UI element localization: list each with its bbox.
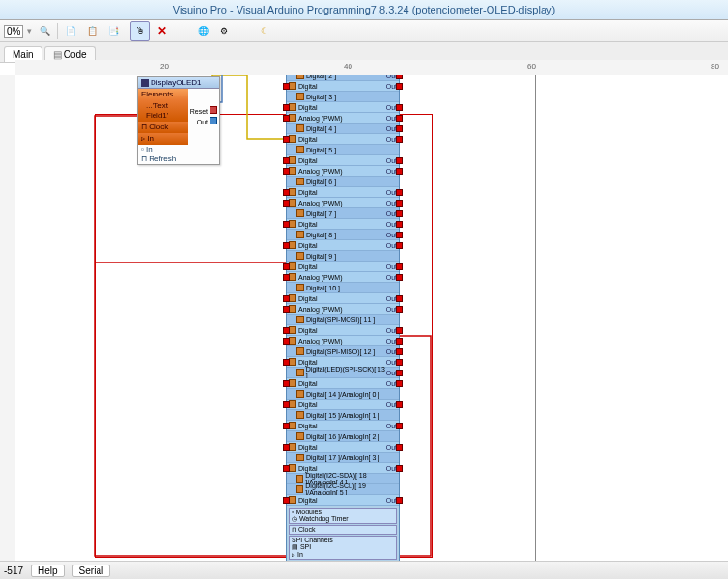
- out-connector[interactable]: [396, 157, 403, 164]
- pin-header-row[interactable]: Digital[ 3 ]: [287, 92, 399, 102]
- elements-header[interactable]: Elements: [138, 89, 188, 100]
- out-connector[interactable]: [396, 359, 403, 366]
- pin-row[interactable]: DigitalOut: [287, 442, 399, 453]
- watchdog-row[interactable]: ◷ Watchdog Timer: [292, 515, 394, 523]
- pin-row[interactable]: DigitalOut: [287, 240, 399, 251]
- in-connector[interactable]: [283, 497, 290, 504]
- pin-row[interactable]: Analog (PWM)Out: [287, 336, 399, 346]
- in-connector[interactable]: [283, 83, 290, 90]
- pin-row[interactable]: DigitalOut: [287, 155, 399, 166]
- pin-header-row[interactable]: Digital(LED)(SPI-SCK)[ 13 ]Out: [287, 368, 399, 378]
- pin-header-row[interactable]: Digital[ 15 ]/AnalogIn[ 1 ]: [287, 410, 399, 421]
- pin-row[interactable]: DigitalOut: [287, 378, 399, 389]
- in-pin-orange[interactable]: ▹ In: [138, 133, 188, 145]
- in-connector[interactable]: [283, 465, 290, 472]
- out-connector[interactable]: [396, 232, 403, 238]
- pin-header-row[interactable]: Digital[ 10 ]: [287, 283, 399, 293]
- pin-row[interactable]: Analog (PWM)Out: [287, 272, 399, 283]
- out-connector[interactable]: [396, 221, 403, 228]
- pin-row[interactable]: DigitalOut: [287, 325, 399, 336]
- pin-header-row[interactable]: Digital[ 16 ]/AnalogIn[ 2 ]: [287, 431, 399, 442]
- delete-icon[interactable]: ✕: [154, 22, 171, 40]
- out-connector[interactable]: [396, 327, 403, 334]
- pin-header-row[interactable]: Digital[ 6 ]: [287, 177, 399, 187]
- in-connector[interactable]: [283, 359, 290, 366]
- out-connector[interactable]: [396, 338, 403, 345]
- out-connector[interactable]: [396, 168, 403, 175]
- out-connector[interactable]: [396, 497, 403, 504]
- in-connector[interactable]: [283, 263, 290, 270]
- pin-row[interactable]: DigitalOut: [287, 421, 399, 431]
- pin-header-row[interactable]: Digital[ 14 ]/AnalogIn[ 0 ]: [287, 389, 399, 400]
- out-connector[interactable]: [396, 210, 403, 217]
- out-connector[interactable]: [396, 200, 403, 207]
- in-connector[interactable]: [283, 200, 290, 207]
- clock-row[interactable]: ⊓ Clock: [289, 525, 397, 535]
- select-tool-icon[interactable]: 🖱: [130, 21, 150, 41]
- out-connector[interactable]: [396, 348, 403, 355]
- node-header[interactable]: DisplayOLED1: [138, 77, 219, 89]
- pin-row[interactable]: DigitalOut: [287, 102, 399, 113]
- text-field-item[interactable]: ...'Text Field1': [138, 100, 188, 122]
- node-display-oled[interactable]: DisplayOLED1 Elements ...'Text Field1' ⊓…: [137, 76, 220, 165]
- tool-btn-2[interactable]: 📋: [83, 22, 100, 40]
- pin-row[interactable]: DigitalOut: [287, 134, 399, 145]
- out-connector[interactable]: [396, 370, 403, 376]
- pin-row[interactable]: DigitalOut: [287, 495, 399, 506]
- tab-help[interactable]: Help: [31, 565, 65, 577]
- in-connector[interactable]: [283, 221, 290, 228]
- gear-icon[interactable]: ⚙: [215, 22, 233, 40]
- spi-row[interactable]: ▤ SPI: [292, 543, 394, 551]
- in-connector[interactable]: [283, 242, 290, 249]
- zoom-out-icon[interactable]: 🔍: [36, 22, 53, 40]
- out-connector[interactable]: [396, 115, 403, 122]
- out-connector[interactable]: [396, 401, 403, 408]
- pin-row[interactable]: DigitalOut: [287, 219, 399, 230]
- spi-in-row[interactable]: ▹ In: [292, 551, 394, 559]
- in-connector[interactable]: [283, 115, 290, 122]
- out-connector[interactable]: [396, 444, 403, 451]
- refresh-pin[interactable]: ⊓ Refresh: [141, 154, 176, 164]
- out-connector[interactable]: [396, 125, 403, 132]
- design-canvas[interactable]: 2 DisplayOLED1 Elements ...'Text Field1'…: [15, 75, 728, 562]
- node-arduino[interactable]: Digital[ 2 ]OutDigitalOutDigital[ 3 ]Dig…: [286, 75, 400, 562]
- in-connector[interactable]: [283, 104, 290, 111]
- in-connector[interactable]: [283, 274, 290, 281]
- out-pin[interactable]: Out: [190, 117, 217, 127]
- reset-pin[interactable]: Reset: [190, 106, 217, 117]
- moon-icon[interactable]: ☾: [256, 22, 273, 40]
- out-connector[interactable]: [396, 83, 403, 90]
- pin-row[interactable]: DigitalOut: [287, 81, 399, 92]
- tool-btn-3[interactable]: 📑: [104, 22, 122, 40]
- in-connector[interactable]: [283, 444, 290, 451]
- pin-header-row[interactable]: Digital(SPI-MOSI)[ 11 ]: [287, 315, 399, 325]
- spi-channels-row[interactable]: SPI Channels: [292, 537, 394, 543]
- in-connector[interactable]: [283, 338, 290, 345]
- pin-row[interactable]: Analog (PWM)Out: [287, 198, 399, 208]
- out-connector[interactable]: [396, 189, 403, 196]
- out-connector[interactable]: [396, 263, 403, 270]
- tab-serial[interactable]: Serial: [72, 565, 111, 577]
- in-connector[interactable]: [283, 295, 290, 302]
- in-connector[interactable]: [283, 401, 290, 408]
- tool-btn-1[interactable]: 📄: [62, 22, 79, 40]
- in-connector[interactable]: [283, 306, 290, 313]
- pin-header-row[interactable]: Digital[ 5 ]: [287, 145, 399, 155]
- out-connector[interactable]: [396, 242, 403, 249]
- pin-row[interactable]: Analog (PWM)Out: [287, 304, 399, 315]
- pin-header-row[interactable]: Digital[ 4 ]Out: [287, 124, 399, 134]
- in-connector[interactable]: [283, 327, 290, 334]
- pin-header-row[interactable]: Digital[ 7 ]Out: [287, 208, 399, 219]
- globe-icon[interactable]: 🌐: [194, 22, 211, 40]
- pin-row[interactable]: DigitalOut: [287, 187, 399, 198]
- out-connector[interactable]: [396, 380, 403, 387]
- in-connector[interactable]: [283, 168, 290, 175]
- out-connector[interactable]: [396, 423, 403, 429]
- pin-header-row[interactable]: Digital[ 8 ]Out: [287, 230, 399, 240]
- out-connector[interactable]: [396, 465, 403, 472]
- in-connector[interactable]: [283, 189, 290, 196]
- out-connector[interactable]: [396, 136, 403, 143]
- pin-row[interactable]: DigitalOut: [287, 400, 399, 410]
- pin-header-row[interactable]: Digital(SPI-MISO)[ 12 ]Out: [287, 346, 399, 357]
- pin-row[interactable]: DigitalOut: [287, 262, 399, 272]
